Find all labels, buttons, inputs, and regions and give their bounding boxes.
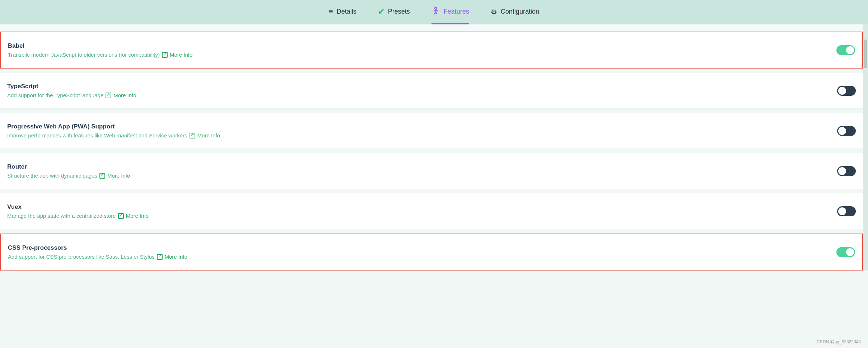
features-icon (431, 6, 440, 17)
feature-desc-vuex: Manage the app state with a centralized … (7, 213, 823, 219)
feature-row-css-preprocessors: CSS Pre-processors Add support for CSS p… (0, 234, 863, 271)
toggle-slider-router (837, 166, 856, 176)
top-navigation: ≡ Details ✔ Presets Features ⚙ Configura… (0, 0, 868, 24)
feature-row-typescript: TypeScript Add support for the TypeScrip… (0, 73, 863, 109)
feature-row-router: Router Structure the app with dynamic pa… (0, 153, 863, 189)
feature-info-css-preprocessors: CSS Pre-processors Add support for CSS p… (8, 244, 822, 260)
content-wrapper: Babel Transpile modern JavaScript to old… (0, 24, 868, 271)
svg-line-4 (436, 12, 437, 14)
toggle-slider-typescript (837, 86, 856, 96)
feature-desc-css-preprocessors: Add support for CSS pre-processors like … (8, 254, 822, 260)
more-info-vuex[interactable]: More Info (126, 213, 149, 219)
feature-row-pwa: Progressive Web App (PWA) Support Improv… (0, 113, 863, 149)
feature-desc-typescript: Add support for the TypeScript language … (7, 92, 823, 98)
feature-name-babel: Babel (8, 42, 24, 49)
feature-info-pwa: Progressive Web App (PWA) Support Improv… (7, 123, 823, 138)
nav-details[interactable]: ≡ Details (329, 8, 356, 23)
feature-name-vuex: Vuex (7, 203, 823, 211)
external-link-icon-vuex (118, 213, 124, 219)
feature-row-vuex: Vuex Manage the app state with a central… (0, 193, 863, 229)
external-link-icon-typescript (106, 93, 111, 98)
svg-point-0 (435, 7, 437, 9)
feature-name-pwa: Progressive Web App (PWA) Support (7, 123, 823, 130)
toggle-container-router (837, 166, 856, 176)
external-link-icon-router (99, 173, 105, 179)
nav-configuration-label: Configuration (501, 8, 539, 15)
nav-presets-label: Presets (388, 8, 410, 15)
toggle-css-preprocessors[interactable] (836, 247, 855, 257)
feature-info-babel: Babel Transpile modern JavaScript to old… (8, 42, 822, 58)
details-icon: ≡ (329, 8, 333, 16)
more-info-router[interactable]: More Info (107, 173, 130, 179)
presets-icon: ✔ (378, 7, 384, 17)
external-link-icon-pwa (190, 133, 195, 138)
more-info-babel[interactable]: More Info (170, 52, 192, 58)
nav-details-label: Details (337, 8, 356, 15)
scrollbar-thumb[interactable] (864, 39, 867, 68)
toggle-vuex[interactable] (837, 206, 856, 216)
feature-row-babel: Babel Transpile modern JavaScript to old… (0, 32, 863, 69)
external-link-icon-babel (162, 52, 168, 58)
toggle-container-babel (836, 45, 855, 55)
toggle-container-typescript (837, 86, 856, 96)
feature-name-router: Router (7, 163, 823, 170)
toggle-router[interactable] (837, 166, 856, 176)
feature-info-vuex: Vuex Manage the app state with a central… (7, 203, 823, 219)
configuration-icon: ⚙ (491, 8, 497, 16)
toggle-babel[interactable] (836, 45, 855, 55)
more-info-pwa[interactable]: More Info (197, 132, 220, 138)
toggle-container-vuex (837, 206, 856, 216)
external-link-icon-css-preprocessors (157, 254, 163, 260)
toggle-slider-css-preprocessors (836, 247, 855, 257)
feature-desc-router: Structure the app with dynamic pages Mor… (7, 173, 823, 179)
feature-info-typescript: TypeScript Add support for the TypeScrip… (7, 83, 823, 98)
features-list: Babel Transpile modern JavaScript to old… (0, 24, 863, 271)
feature-desc-pwa: Improve performances with features like … (7, 132, 823, 138)
more-info-css-preprocessors[interactable]: More Info (165, 254, 187, 260)
toggle-pwa[interactable] (837, 126, 856, 136)
nav-presets[interactable]: ✔ Presets (378, 7, 410, 24)
watermark: CSDN @qq_52822043 (817, 339, 861, 344)
toggle-container-pwa (837, 126, 856, 136)
toggle-slider-babel (836, 45, 855, 55)
nav-features[interactable]: Features (431, 6, 469, 24)
toggle-container-css-preprocessors (836, 247, 855, 257)
feature-name-typescript: TypeScript (7, 83, 823, 90)
feature-desc-babel: Transpile modern JavaScript to older ver… (8, 52, 822, 58)
nav-configuration[interactable]: ⚙ Configuration (491, 8, 539, 24)
nav-features-label: Features (444, 8, 469, 15)
toggle-slider-vuex (837, 206, 856, 216)
feature-name-css-preprocessors: CSS Pre-processors (8, 244, 67, 251)
more-info-typescript[interactable]: More Info (113, 92, 136, 98)
toggle-typescript[interactable] (837, 86, 856, 96)
scrollbar-track[interactable] (863, 24, 868, 271)
toggle-slider-pwa (837, 126, 856, 136)
feature-info-router: Router Structure the app with dynamic pa… (7, 163, 823, 179)
